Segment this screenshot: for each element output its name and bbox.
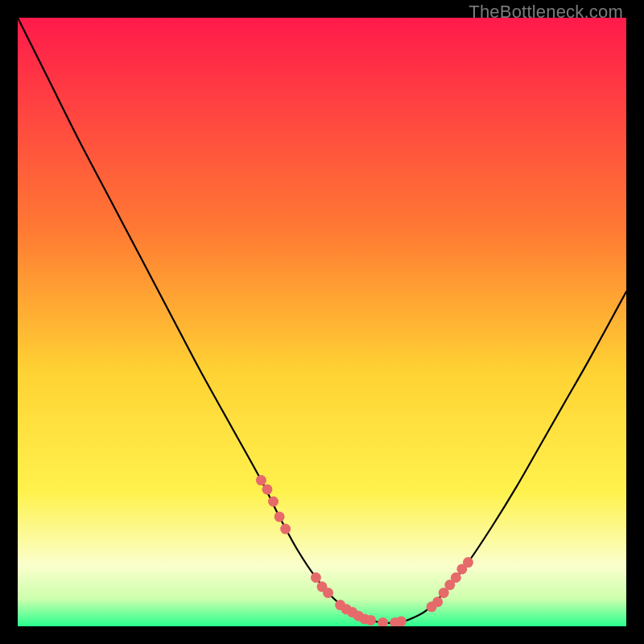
highlight-dot — [311, 572, 321, 583]
highlight-dot — [396, 616, 407, 626]
chart-frame — [18, 18, 626, 626]
chart-background — [18, 18, 626, 626]
highlight-dot — [323, 588, 333, 598]
highlight-dot — [280, 524, 291, 535]
highlight-dot — [262, 484, 272, 494]
bottleneck-chart — [18, 18, 626, 626]
highlight-dot — [463, 557, 473, 568]
highlight-dot — [432, 597, 443, 607]
highlight-dot — [256, 475, 266, 485]
highlight-dot — [268, 497, 279, 507]
highlight-dot — [275, 511, 285, 522]
highlight-dot — [365, 615, 376, 625]
highlight-dot — [451, 572, 461, 583]
